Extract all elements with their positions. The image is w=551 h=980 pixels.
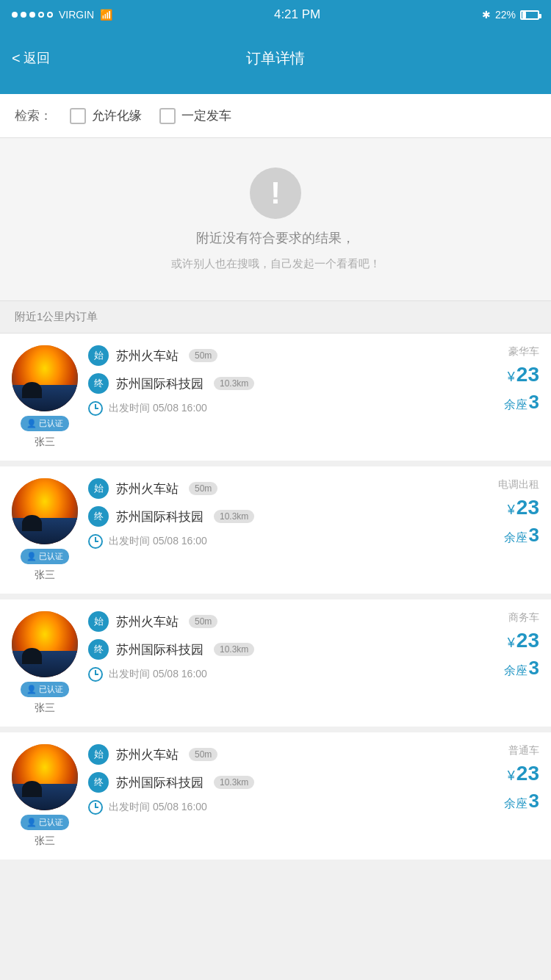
option-fache-label: 一定发车 bbox=[181, 107, 231, 124]
section-header: 附近1公里内订单 bbox=[0, 301, 551, 334]
departure-time-2: 出发时间 05/08 16:00 bbox=[109, 668, 207, 681]
seats-num-0: 3 bbox=[529, 391, 539, 414]
no-results-main-text: 附近没有符合要求的结果， bbox=[196, 229, 355, 247]
verified-label-0: 已认证 bbox=[39, 418, 63, 429]
end-badge-1: 终 bbox=[88, 506, 109, 527]
car-type-3: 普通车 bbox=[508, 744, 539, 757]
car-type-1: 电调出租 bbox=[498, 478, 539, 491]
end-row-1: 终 苏州国际科技园 10.3km bbox=[88, 506, 463, 527]
start-name-3: 苏州火车站 bbox=[116, 746, 179, 763]
card-info-3: 始 苏州火车站 50m 终 苏州国际科技园 10.3km 出发时间 05/08 … bbox=[88, 744, 463, 848]
price-value-3: 23 bbox=[516, 762, 539, 785]
start-badge-0: 始 bbox=[88, 345, 109, 366]
avatar-section-3: 👤 已认证 张三 bbox=[12, 744, 78, 848]
price-0: ¥ 23 bbox=[508, 363, 539, 386]
search-label: 检索： bbox=[15, 107, 52, 124]
checkbox-fache[interactable] bbox=[159, 108, 176, 124]
start-badge-2: 始 bbox=[88, 611, 109, 632]
price-value-2: 23 bbox=[516, 629, 539, 652]
user-name-2: 张三 bbox=[35, 702, 55, 715]
status-right: ✱ 22% bbox=[482, 9, 539, 21]
nav-bar: < 返回 订单详情 bbox=[0, 29, 551, 94]
price-yen-1: ¥ bbox=[508, 502, 515, 518]
avatar-section-2: 👤 已认证 张三 bbox=[12, 611, 78, 715]
battery-icon bbox=[520, 10, 539, 20]
end-dist-0: 10.3km bbox=[214, 377, 254, 390]
order-list: 👤 已认证 张三 始 苏州火车站 50m 终 苏州国际科技园 10.3km 出发… bbox=[0, 334, 551, 865]
start-row-0: 始 苏州火车站 50m bbox=[88, 345, 463, 366]
person-icon-3: 👤 bbox=[26, 818, 37, 827]
person-icon-2: 👤 bbox=[26, 685, 37, 694]
card-info-0: 始 苏州火车站 50m 终 苏州国际科技园 10.3km 出发时间 05/08 … bbox=[88, 345, 463, 449]
signal-dot-5 bbox=[47, 12, 53, 18]
user-name-3: 张三 bbox=[35, 835, 55, 848]
price-yen-2: ¥ bbox=[508, 635, 515, 651]
avatar-1 bbox=[12, 478, 78, 544]
start-badge-1: 始 bbox=[88, 478, 109, 499]
price-yen-0: ¥ bbox=[508, 370, 515, 385]
time-row-2: 出发时间 05/08 16:00 bbox=[88, 667, 463, 682]
end-name-1: 苏州国际科技园 bbox=[116, 508, 204, 525]
start-name-1: 苏州火车站 bbox=[116, 480, 179, 497]
end-name-0: 苏州国际科技园 bbox=[116, 375, 204, 392]
order-card-2[interactable]: 👤 已认证 张三 始 苏州火车站 50m 终 苏州国际科技园 10.3km 出发… bbox=[0, 599, 551, 732]
person-icon-1: 👤 bbox=[26, 552, 37, 561]
price-3: ¥ 23 bbox=[508, 762, 539, 785]
start-name-2: 苏州火车站 bbox=[116, 613, 179, 630]
time-row-3: 出发时间 05/08 16:00 bbox=[88, 800, 463, 815]
end-badge-2: 终 bbox=[88, 639, 109, 660]
back-label: 返回 bbox=[24, 49, 50, 67]
departure-time-0: 出发时间 05/08 16:00 bbox=[109, 402, 207, 415]
avatar-section-0: 👤 已认证 张三 bbox=[12, 345, 78, 449]
card-price-1: 电调出租 ¥ 23 余座 3 bbox=[473, 478, 539, 582]
end-badge-3: 终 bbox=[88, 772, 109, 793]
clock-icon-0 bbox=[88, 401, 103, 416]
no-results-section: ! 附近没有符合要求的结果， 或许别人也在搜哦，自己发起一个看看吧！ bbox=[0, 138, 551, 301]
order-card-1[interactable]: 👤 已认证 张三 始 苏州火车站 50m 终 苏州国际科技园 10.3km 出发… bbox=[0, 466, 551, 599]
back-button[interactable]: < 返回 bbox=[12, 49, 50, 67]
no-results-sub-text: 或许别人也在搜哦，自己发起一个看看吧！ bbox=[171, 257, 381, 271]
price-1: ¥ 23 bbox=[508, 496, 539, 519]
card-info-2: 始 苏州火车站 50m 终 苏州国际科技园 10.3km 出发时间 05/08 … bbox=[88, 611, 463, 715]
seats-prefix-1: 余座 bbox=[504, 530, 527, 546]
verified-badge-0: 👤 已认证 bbox=[21, 416, 69, 431]
price-value-0: 23 bbox=[516, 363, 539, 386]
option-fache[interactable]: 一定发车 bbox=[159, 107, 231, 124]
user-name-0: 张三 bbox=[35, 436, 55, 449]
clock-icon-3 bbox=[88, 800, 103, 815]
end-row-3: 终 苏州国际科技园 10.3km bbox=[88, 772, 463, 793]
option-huayuan-label: 允许化缘 bbox=[92, 107, 142, 124]
status-left: VIRGIN 📶 bbox=[12, 9, 112, 21]
verified-badge-1: 👤 已认证 bbox=[21, 549, 69, 564]
departure-time-1: 出发时间 05/08 16:00 bbox=[109, 535, 207, 548]
card-info-1: 始 苏州火车站 50m 终 苏州国际科技园 10.3km 出发时间 05/08 … bbox=[88, 478, 463, 582]
seats-3: 余座 3 bbox=[504, 790, 539, 813]
exclamation-icon: ! bbox=[250, 167, 301, 219]
back-chevron-icon: < bbox=[12, 50, 21, 67]
card-price-2: 商务车 ¥ 23 余座 3 bbox=[473, 611, 539, 715]
start-dist-2: 50m bbox=[189, 615, 217, 628]
price-value-1: 23 bbox=[516, 496, 539, 519]
verified-label-1: 已认证 bbox=[39, 551, 63, 562]
start-dist-1: 50m bbox=[189, 482, 217, 495]
avatar-0 bbox=[12, 345, 78, 411]
order-card-3[interactable]: 👤 已认证 张三 始 苏州火车站 50m 终 苏州国际科技园 10.3km 出发… bbox=[0, 732, 551, 865]
user-name-1: 张三 bbox=[35, 569, 55, 582]
seats-0: 余座 3 bbox=[504, 391, 539, 414]
wifi-icon: 📶 bbox=[100, 9, 112, 21]
checkbox-huayuan[interactable] bbox=[70, 108, 86, 124]
page-title: 订单详情 bbox=[246, 48, 305, 68]
car-type-0: 豪华车 bbox=[508, 345, 539, 359]
search-bar: 检索： 允许化缘 一定发车 bbox=[0, 94, 551, 138]
end-dist-2: 10.3km bbox=[214, 643, 254, 656]
bluetooth-icon: ✱ bbox=[482, 9, 491, 21]
option-huayuan[interactable]: 允许化缘 bbox=[70, 107, 142, 124]
time-row-0: 出发时间 05/08 16:00 bbox=[88, 401, 463, 416]
start-row-2: 始 苏州火车站 50m bbox=[88, 611, 463, 632]
order-card-0[interactable]: 👤 已认证 张三 始 苏州火车站 50m 终 苏州国际科技园 10.3km 出发… bbox=[0, 334, 551, 466]
start-name-0: 苏州火车站 bbox=[116, 347, 179, 364]
end-name-2: 苏州国际科技园 bbox=[116, 641, 204, 658]
end-row-2: 终 苏州国际科技园 10.3km bbox=[88, 639, 463, 660]
avatar-section-1: 👤 已认证 张三 bbox=[12, 478, 78, 582]
start-row-1: 始 苏州火车站 50m bbox=[88, 478, 463, 499]
